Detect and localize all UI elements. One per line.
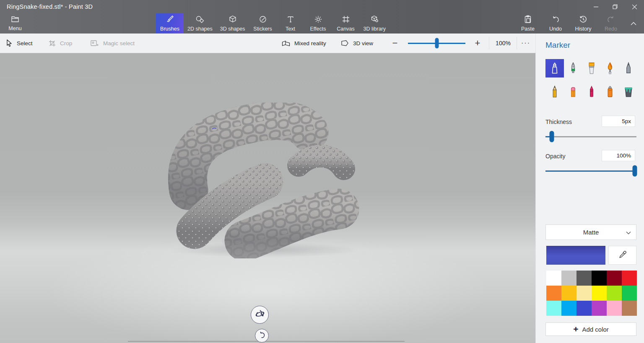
- brush-watercolour[interactable]: [601, 59, 619, 77]
- 3d-view-button[interactable]: 3D view: [341, 34, 373, 53]
- tab-canvas[interactable]: Canvas: [332, 13, 360, 34]
- mixed-reality-button[interactable]: Mixed reality: [282, 34, 326, 53]
- tab-3d-library[interactable]: 3D library: [360, 13, 390, 34]
- current-color-swatch[interactable]: [546, 246, 605, 265]
- 3d-shapes-icon: [229, 15, 237, 25]
- tab-brushes[interactable]: Brushes: [156, 13, 184, 34]
- header: RingSnake-fixed.stl* - Paint 3D: [0, 0, 644, 34]
- eyedropper-button[interactable]: [608, 246, 636, 265]
- add-color-label: Add color: [582, 326, 608, 333]
- rotate-3d-icon: [254, 309, 265, 321]
- brush-eraser[interactable]: [564, 83, 582, 101]
- canvas-scrollbar[interactable]: [128, 341, 405, 342]
- thickness-slider-thumb[interactable]: [550, 131, 554, 142]
- magic-select-tool[interactable]: Magic select: [91, 34, 135, 53]
- material-value: Matte: [583, 229, 599, 236]
- brush-marker[interactable]: [545, 59, 564, 77]
- effects-icon: [314, 15, 322, 25]
- reset-view-button[interactable]: [255, 329, 269, 343]
- menu-label: Menu: [8, 26, 21, 31]
- redo-button[interactable]: Redo: [597, 13, 625, 34]
- more-options-button[interactable]: ···: [517, 34, 535, 53]
- palette-color-12[interactable]: [546, 301, 561, 316]
- snake-ring-3d-model[interactable]: [164, 103, 362, 258]
- minimize-button[interactable]: [586, 0, 605, 13]
- palette-color-1[interactable]: [561, 271, 576, 286]
- sub-toolbar: Select Crop Magic select Mixed reality: [0, 34, 535, 53]
- redo-icon: [607, 15, 615, 25]
- brush-grid: [545, 59, 638, 101]
- add-color-button[interactable]: + Add color: [545, 322, 636, 336]
- paste-button[interactable]: Paste: [514, 13, 542, 34]
- palette-color-7[interactable]: [561, 286, 576, 301]
- brush-fill[interactable]: [619, 83, 638, 101]
- rotate-3d-view-button[interactable]: [251, 306, 269, 324]
- brush-pencil[interactable]: [545, 83, 564, 101]
- minus-icon: −: [392, 38, 398, 49]
- zoom-slider-thumb[interactable]: [435, 38, 439, 49]
- chevron-up-icon: [631, 20, 636, 27]
- opacity-slider-thumb[interactable]: [632, 165, 637, 177]
- brush-oil-brush[interactable]: [582, 59, 601, 77]
- palette-color-16[interactable]: [607, 301, 622, 316]
- palette-color-11[interactable]: [622, 286, 637, 301]
- paint3d-window: RingSnake-fixed.stl* - Paint 3D: [0, 0, 644, 343]
- brush-spray-can[interactable]: [601, 83, 619, 101]
- undo-button[interactable]: Undo: [542, 13, 569, 34]
- collapse-ribbon-button[interactable]: [625, 13, 642, 34]
- tab-2d-shapes[interactable]: 2D shapes: [184, 13, 216, 34]
- restore-button[interactable]: [605, 0, 625, 13]
- magic-select-icon: [91, 40, 99, 47]
- opacity-slider[interactable]: [545, 166, 636, 175]
- palette-color-4[interactable]: [607, 271, 622, 286]
- thickness-input[interactable]: 5px: [602, 116, 635, 127]
- zoom-slider[interactable]: [408, 34, 465, 53]
- thickness-label: Thickness: [545, 119, 572, 125]
- palette-color-9[interactable]: [592, 286, 607, 301]
- tab-effects[interactable]: Effects: [304, 13, 332, 34]
- ellipsis-icon: ···: [521, 39, 530, 47]
- thickness-slider[interactable]: [545, 132, 636, 141]
- zoom-in-button[interactable]: +: [471, 34, 484, 53]
- history-button[interactable]: History: [569, 13, 597, 34]
- palette-color-14[interactable]: [576, 301, 592, 316]
- paste-icon: [524, 15, 532, 25]
- opacity-slider-track: [545, 170, 636, 172]
- palette-color-15[interactable]: [592, 301, 607, 316]
- tab-text[interactable]: Text: [277, 13, 304, 34]
- palette-color-17[interactable]: [622, 301, 637, 316]
- brush-calligraphy-pen[interactable]: [564, 59, 582, 77]
- palette-color-3[interactable]: [592, 271, 607, 286]
- brush-pixel-pen[interactable]: [619, 59, 638, 77]
- palette-color-0[interactable]: [546, 271, 561, 286]
- opacity-input[interactable]: 100%: [602, 150, 635, 161]
- palette-color-13[interactable]: [561, 301, 576, 316]
- ribbon-actions: Paste Undo: [514, 13, 642, 34]
- crop-icon: [49, 40, 56, 47]
- canvas-viewport[interactable]: [0, 53, 535, 343]
- crop-tool[interactable]: Crop: [49, 34, 72, 53]
- material-dropdown[interactable]: Matte: [545, 224, 636, 240]
- ribbon: Menu Brushes 2D shapes: [0, 13, 644, 34]
- zoom-out-button[interactable]: −: [389, 34, 401, 53]
- palette-color-10[interactable]: [607, 286, 622, 301]
- brush-crayon[interactable]: [582, 83, 601, 101]
- divider: [489, 37, 489, 49]
- menu-button[interactable]: Menu: [3, 14, 27, 33]
- close-button[interactable]: [625, 0, 644, 13]
- tab-stickers[interactable]: Stickers: [249, 13, 277, 34]
- palette-color-8[interactable]: [576, 286, 592, 301]
- text-icon: [286, 15, 295, 25]
- panel-title: Marker: [545, 41, 570, 50]
- opacity-label: Opacity: [545, 153, 565, 160]
- 2d-shapes-icon: [195, 15, 204, 25]
- palette-color-5[interactable]: [622, 271, 637, 286]
- tab-3d-shapes[interactable]: 3D shapes: [216, 13, 249, 34]
- menu-icon: [11, 15, 19, 24]
- undo-icon: [551, 15, 560, 25]
- palette-color-2[interactable]: [576, 271, 592, 286]
- thickness-slider-track: [545, 136, 636, 137]
- zoom-level-value[interactable]: 100%: [490, 34, 517, 53]
- palette-color-6[interactable]: [546, 286, 561, 301]
- select-tool[interactable]: Select: [6, 34, 33, 53]
